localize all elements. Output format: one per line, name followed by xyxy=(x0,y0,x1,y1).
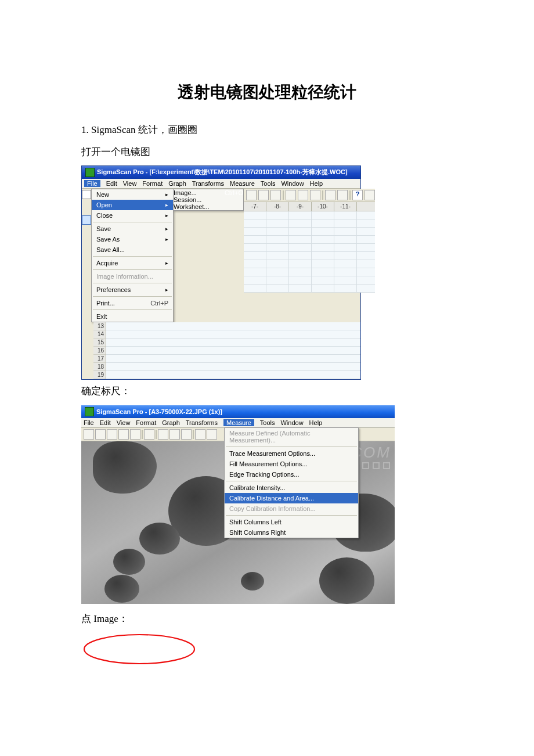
menu-file[interactable]: File xyxy=(84,419,94,426)
row-num[interactable]: 18 xyxy=(93,363,106,371)
menu-tools[interactable]: Tools xyxy=(261,180,276,187)
copy-icon[interactable] xyxy=(169,429,180,440)
menu-format[interactable]: Format xyxy=(136,419,156,426)
mi-copy-calibration: Copy Calibration Information... xyxy=(225,503,358,514)
col-header[interactable]: -7- xyxy=(244,202,266,211)
submenu-image[interactable]: Image... Ctrl+O xyxy=(174,189,243,196)
col-header[interactable]: -8- xyxy=(266,202,289,211)
app-icon xyxy=(85,407,94,416)
menu-saveall-label: Save All... xyxy=(96,246,125,253)
menu-help[interactable]: Help xyxy=(310,180,323,187)
toolbar-btn[interactable] xyxy=(337,190,348,200)
toolbar-btn[interactable] xyxy=(118,429,129,440)
toolbar-btn[interactable] xyxy=(310,190,320,200)
toolbar-btn[interactable] xyxy=(95,429,106,440)
menu-view[interactable]: View xyxy=(117,419,131,426)
menu-edit[interactable]: Edit xyxy=(106,180,117,187)
ss1-row-numbers: 13 14 15 16 17 18 19 xyxy=(93,322,106,379)
menu-preferences[interactable]: Preferences xyxy=(92,285,173,295)
menu-new[interactable]: New xyxy=(92,189,173,200)
mi-trace-options[interactable]: Trace Measurement Options... xyxy=(225,448,358,459)
mi-fill-options[interactable]: Fill Measurement Options... xyxy=(225,459,358,469)
menu-save[interactable]: Save xyxy=(92,224,173,234)
col-header[interactable]: -9- xyxy=(289,202,312,211)
mi-calibrate-intensity[interactable]: Calibrate Intensity... xyxy=(225,483,358,493)
toolbar-btn[interactable] xyxy=(270,190,281,200)
mi-shift-right[interactable]: Shift Columns Right xyxy=(225,527,358,538)
menu-new-label: New xyxy=(96,191,109,198)
toolbar-btn[interactable] xyxy=(246,190,257,200)
col-header[interactable]: -10- xyxy=(312,202,334,211)
menu-help[interactable]: Help xyxy=(309,419,323,426)
toolbar-btn[interactable] xyxy=(195,429,205,440)
toolbar-btn[interactable] xyxy=(84,429,94,440)
menu-saveas-label: Save As xyxy=(96,236,120,243)
svg-point-0 xyxy=(84,635,194,664)
ss2-menubar: File Edit View Format Graph Transforms M… xyxy=(81,418,395,428)
submenu-worksheet-label: Worksheet... xyxy=(174,203,210,210)
col-header[interactable]: -11- xyxy=(334,202,357,211)
ss1-toolbar: ? xyxy=(244,189,375,202)
row-num[interactable]: 15 xyxy=(93,339,106,347)
menu-tools[interactable]: Tools xyxy=(260,419,275,426)
cut-icon[interactable] xyxy=(158,429,168,440)
menu-close[interactable]: Close xyxy=(92,210,173,221)
menu-imageinfo-label: Image Information... xyxy=(96,273,153,280)
mi-calibrate-distance[interactable]: Calibrate Distance and Area... xyxy=(225,493,358,503)
row-num[interactable]: 16 xyxy=(93,347,106,355)
menu-save-as[interactable]: Save As xyxy=(92,234,173,244)
menu-edit[interactable]: Edit xyxy=(100,419,111,426)
toolbar-btn[interactable] xyxy=(286,190,296,200)
row-num[interactable]: 14 xyxy=(93,330,106,339)
toolbar-sep xyxy=(156,430,157,439)
menu-file[interactable]: File xyxy=(84,180,100,187)
menu-open[interactable]: Open xyxy=(92,200,173,210)
toolbar-btn[interactable] xyxy=(207,429,217,440)
menu-transforms[interactable]: Transforms xyxy=(192,180,224,187)
toolbar-sep xyxy=(142,430,143,439)
menu-exit-label: Exit xyxy=(96,313,107,320)
row-num[interactable]: 17 xyxy=(93,355,106,363)
menu-pref-label: Preferences xyxy=(96,286,131,293)
menu-print-shortcut: Ctrl+P xyxy=(150,300,168,307)
mi-edge-options[interactable]: Edge Tracking Options... xyxy=(225,469,358,480)
confirm-scale: 确定标尺： xyxy=(81,382,453,401)
red-ellipse xyxy=(81,632,453,669)
ss1-title-text: SigmaScan Pro - [F:\experiment\数据\TEM\20… xyxy=(97,168,348,177)
menu-format[interactable]: Format xyxy=(142,180,163,187)
toolbar-sep xyxy=(322,190,323,200)
menu-window[interactable]: Window xyxy=(280,419,303,426)
menu-acquire[interactable]: Acquire xyxy=(92,258,173,268)
submenu-session-label: Session... xyxy=(174,196,201,203)
menu-exit[interactable]: Exit xyxy=(92,311,173,322)
print-icon[interactable] xyxy=(144,429,154,440)
menu-print[interactable]: Print... Ctrl+P xyxy=(92,298,173,308)
open-line: 打开一个电镜图 xyxy=(81,143,453,161)
menu-transforms[interactable]: Transforms xyxy=(186,419,218,426)
toolbar-btn[interactable] xyxy=(325,190,335,200)
menu-graph[interactable]: Graph xyxy=(168,180,186,187)
row-num[interactable]: 13 xyxy=(93,322,106,330)
menu-measure[interactable]: Measure xyxy=(230,180,255,187)
paste-icon[interactable] xyxy=(181,429,192,440)
toolbar-btn[interactable] xyxy=(130,429,140,440)
ss1-cells[interactable] xyxy=(244,211,375,293)
menu-graph[interactable]: Graph xyxy=(162,419,180,426)
submenu-session[interactable]: Session... xyxy=(174,196,243,203)
help-icon[interactable]: ? xyxy=(352,190,363,200)
mi-shift-left[interactable]: Shift Columns Left xyxy=(225,517,358,527)
menu-measure[interactable]: Measure xyxy=(223,419,254,426)
menu-save-all[interactable]: Save All... xyxy=(92,244,173,255)
worksheet-icon xyxy=(82,215,91,225)
row-num[interactable]: 19 xyxy=(93,371,106,379)
toolbar-btn[interactable] xyxy=(298,190,308,200)
submenu-worksheet[interactable]: Worksheet... xyxy=(174,203,243,210)
toolbar-btn[interactable] xyxy=(107,429,117,440)
ss1-left-iconbar xyxy=(82,189,91,225)
ss1-column-headers: -7- -8- -9- -10- -11- xyxy=(244,202,375,211)
toolbar-btn[interactable] xyxy=(258,190,269,200)
menu-window[interactable]: Window xyxy=(281,180,304,187)
toolbar-sep xyxy=(193,430,194,439)
toolbar-btn[interactable] xyxy=(365,190,375,200)
menu-view[interactable]: View xyxy=(123,180,137,187)
